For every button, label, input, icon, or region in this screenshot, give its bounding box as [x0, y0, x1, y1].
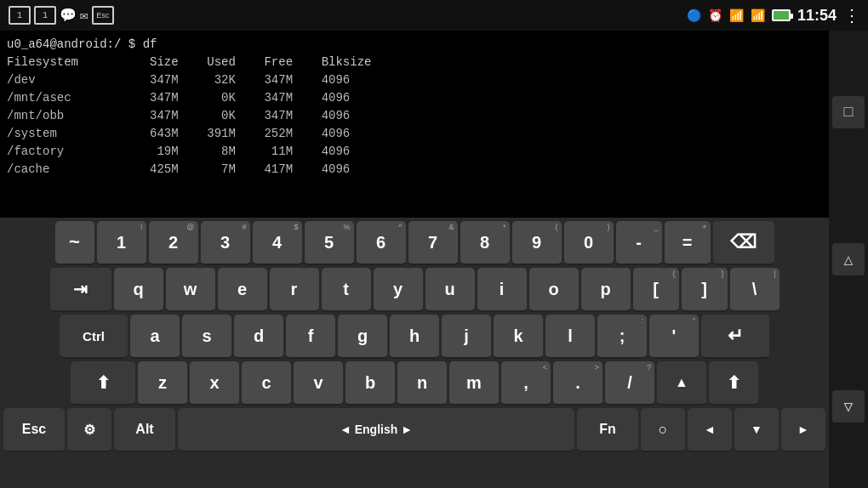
key-slash[interactable]: /? — [605, 361, 654, 406]
right-sidebar: □ △ ▽ — [829, 31, 868, 488]
key-c[interactable]: c — [242, 361, 291, 406]
battery-icon — [772, 9, 791, 21]
key-r[interactable]: r — [270, 268, 319, 312]
status-right-icons: 🔵 ⏰ 📶 📶 11:54 ⋮ — [687, 5, 859, 26]
email-icon: ✉ — [80, 7, 89, 24]
fn-key[interactable]: Fn — [577, 408, 638, 452]
clock: 11:54 — [797, 7, 837, 25]
key-6[interactable]: 6^ — [357, 221, 406, 265]
key-y[interactable]: y — [374, 268, 423, 312]
enter-key[interactable]: ↵ — [701, 315, 769, 359]
key-w[interactable]: w — [166, 268, 215, 312]
key-f[interactable]: f — [286, 315, 335, 359]
signal-icon: 📶 — [751, 9, 765, 22]
terminal-line-1: u0_a64@android:/ $ df — [7, 36, 822, 54]
key-z[interactable]: z — [138, 361, 187, 406]
keyboard-row-zxcv: ⬆ z x c v b n m ,< .> /? ▲ ⬆ — [3, 361, 825, 406]
back-button[interactable]: ▽ — [832, 390, 865, 423]
key-d[interactable]: d — [234, 315, 283, 359]
key-t[interactable]: t — [322, 268, 371, 312]
key-period[interactable]: .> — [553, 361, 602, 406]
keyboard-row-asdf: Ctrl a s d f g h j k l ;: '" ↵ — [3, 315, 825, 359]
bluetooth-icon: 🔵 — [687, 9, 701, 22]
status-bar: 1 1 💬 ✉ Esc 🔵 ⏰ 📶 📶 11:54 ⋮ — [0, 0, 868, 31]
recent-apps-button[interactable]: □ — [832, 96, 865, 128]
terminal-line-3: /dev 347M 32K 347M 4096 — [7, 71, 822, 89]
key-p[interactable]: p — [581, 268, 631, 312]
key-semicolon[interactable]: ;: — [597, 315, 647, 359]
alarm-icon: ⏰ — [708, 9, 722, 22]
terminal-line-6: /system 643M 391M 252M 4096 — [7, 125, 822, 143]
key-5[interactable]: 5% — [305, 221, 354, 265]
chat-icon: 💬 — [60, 7, 77, 24]
shift-right-key[interactable]: ⬆ — [709, 361, 758, 406]
keyboard-row-qwerty: ⇥ q w e r t y u i o p [{ ]} \| — [3, 268, 825, 312]
key-s[interactable]: s — [182, 315, 231, 359]
arrow-down-key[interactable]: ▼ — [734, 408, 779, 452]
arrow-up-key[interactable]: ▲ — [657, 361, 706, 406]
key-v[interactable]: v — [294, 361, 343, 406]
key-u[interactable]: u — [425, 268, 475, 312]
terminal-line-5: /mnt/obb 347M 0K 347M 4096 — [7, 107, 822, 125]
key-quote[interactable]: '" — [649, 315, 699, 359]
key-minus[interactable]: -_ — [616, 221, 662, 265]
key-backslash[interactable]: \| — [730, 268, 779, 312]
alt-key[interactable]: Alt — [114, 408, 175, 452]
key-k[interactable]: k — [494, 315, 543, 359]
key-0[interactable]: 0) — [564, 221, 614, 265]
key-i[interactable]: i — [477, 268, 527, 312]
key-4[interactable]: 4$ — [253, 221, 302, 265]
keyboard[interactable]: ~ 1! 2@ 3# 4$ 5% 6^ 7& 8* 9( 0) -_ =+ ⌫ … — [0, 218, 829, 488]
esc-bottom-key[interactable]: Esc — [3, 408, 65, 452]
key-m[interactable]: m — [449, 361, 499, 406]
key-8[interactable]: 8* — [460, 221, 510, 265]
key-bracket-right[interactable]: ]} — [682, 268, 728, 312]
notification-icon-1: 1 — [9, 6, 31, 25]
key-e[interactable]: e — [218, 268, 267, 312]
notification-icon-2: 1 — [34, 6, 56, 25]
home-key[interactable]: ○ — [641, 408, 685, 452]
wifi-icon: 📶 — [729, 9, 744, 22]
arrow-right-key[interactable]: ► — [781, 408, 825, 452]
key-1[interactable]: 1! — [97, 221, 146, 265]
key-tilde[interactable]: ~ — [55, 221, 94, 265]
tab-key[interactable]: ⇥ — [50, 268, 111, 312]
key-equals[interactable]: =+ — [665, 221, 711, 265]
more-icon[interactable]: ⋮ — [843, 5, 859, 26]
home-button[interactable]: △ — [832, 243, 865, 275]
backspace-key[interactable]: ⌫ — [713, 221, 774, 265]
terminal-area[interactable]: u0_a64@android:/ $ df Filesystem Size Us… — [0, 31, 829, 218]
key-a[interactable]: a — [130, 315, 180, 359]
ctrl-key[interactable]: Ctrl — [60, 315, 128, 359]
key-bracket-left[interactable]: [{ — [633, 268, 679, 312]
key-q[interactable]: q — [114, 268, 163, 312]
key-b[interactable]: b — [345, 361, 395, 406]
key-x[interactable]: x — [190, 361, 239, 406]
key-n[interactable]: n — [397, 361, 447, 406]
key-j[interactable]: j — [442, 315, 491, 359]
esc-icon: Esc — [92, 6, 114, 25]
key-7[interactable]: 7& — [408, 221, 458, 265]
keyboard-row-bottom: Esc ⚙ Alt ◄ English ► Fn ○ ◄ ▼ ► — [3, 408, 825, 452]
settings-key[interactable]: ⚙ — [67, 408, 111, 452]
status-left-icons: 1 1 💬 ✉ Esc — [9, 6, 114, 25]
terminal-line-8: /cache 425M 7M 417M 4096 — [7, 161, 822, 179]
terminal-line-2: Filesystem Size Used Free Blksize — [7, 54, 822, 71]
key-3[interactable]: 3# — [201, 221, 250, 265]
key-h[interactable]: h — [390, 315, 439, 359]
key-2[interactable]: 2@ — [149, 221, 198, 265]
key-l[interactable]: l — [545, 315, 595, 359]
key-comma[interactable]: ,< — [501, 361, 551, 406]
arrow-left-key[interactable]: ◄ — [688, 408, 732, 452]
key-o[interactable]: o — [529, 268, 579, 312]
terminal-line-7: /factory 19M 8M 11M 4096 — [7, 143, 822, 161]
key-9[interactable]: 9( — [512, 221, 562, 265]
shift-left-key[interactable]: ⬆ — [71, 361, 135, 406]
keyboard-row-numbers: ~ 1! 2@ 3# 4$ 5% 6^ 7& 8* 9( 0) -_ =+ ⌫ — [3, 221, 825, 265]
terminal-line-4: /mnt/asec 347M 0K 347M 4096 — [7, 89, 822, 107]
language-key[interactable]: ◄ English ► — [178, 408, 574, 452]
key-g[interactable]: g — [338, 315, 387, 359]
